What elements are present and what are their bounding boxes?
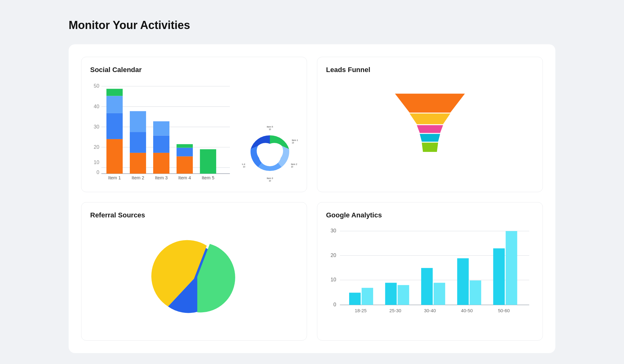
google-analytics-title: Google Analytics bbox=[326, 211, 534, 219]
svg-text:10: 10 bbox=[330, 277, 336, 282]
svg-rect-26 bbox=[177, 148, 193, 157]
svg-text:Item 5: Item 5 bbox=[267, 125, 273, 128]
svg-marker-44 bbox=[417, 125, 443, 133]
svg-text:Item 2: Item 2 bbox=[132, 175, 144, 180]
funnel-svg bbox=[386, 91, 474, 172]
svg-text:Item 1: Item 1 bbox=[292, 139, 298, 142]
svg-text:Item 2: Item 2 bbox=[291, 163, 297, 165]
bar-chart-area: 50 40 30 20 10 0 bbox=[90, 80, 232, 183]
svg-text:30: 30 bbox=[330, 228, 336, 233]
svg-text:10: 10 bbox=[269, 179, 271, 182]
donut-svg: Item 5 10 Item 1 10 Item 2 10 Item 3 10 … bbox=[242, 121, 298, 183]
svg-rect-13 bbox=[106, 113, 123, 139]
svg-rect-58 bbox=[385, 283, 397, 305]
svg-text:40-50: 40-50 bbox=[461, 308, 473, 313]
svg-rect-67 bbox=[493, 248, 505, 305]
bar-chart-svg: 50 40 30 20 10 0 bbox=[90, 80, 232, 182]
referral-sources-title: Referral Sources bbox=[90, 211, 298, 219]
widget-google-analytics: Google Analytics 30 20 10 0 bbox=[317, 202, 543, 341]
widget-leads-funnel: Leads Funnel bbox=[317, 57, 543, 192]
svg-marker-43 bbox=[410, 114, 451, 124]
svg-rect-62 bbox=[434, 283, 445, 305]
svg-rect-23 bbox=[153, 121, 169, 136]
svg-text:30: 30 bbox=[94, 124, 99, 129]
dashboard-card: Social Calendar 50 40 30 20 10 0 bbox=[69, 44, 555, 353]
svg-rect-61 bbox=[421, 268, 433, 305]
svg-text:20: 20 bbox=[94, 144, 99, 150]
svg-text:10: 10 bbox=[291, 165, 294, 167]
svg-rect-15 bbox=[106, 89, 123, 96]
svg-rect-21 bbox=[153, 153, 169, 174]
svg-text:20: 20 bbox=[330, 252, 336, 258]
svg-rect-59 bbox=[397, 285, 409, 305]
donut-chart-area: Item 5 10 Item 1 10 Item 2 10 Item 3 10 … bbox=[242, 121, 298, 183]
svg-rect-25 bbox=[177, 156, 193, 173]
widget-referral-sources: Referral Sources bbox=[81, 202, 307, 341]
svg-text:10: 10 bbox=[269, 128, 271, 130]
svg-rect-65 bbox=[470, 280, 481, 305]
page-title: Monitor Your Activities bbox=[69, 19, 555, 32]
svg-rect-14 bbox=[106, 96, 123, 113]
svg-text:50: 50 bbox=[94, 83, 99, 89]
widget-social-calendar: Social Calendar 50 40 30 20 10 0 bbox=[81, 57, 307, 192]
analytics-svg: 30 20 10 0 18-25 bbox=[326, 226, 534, 332]
svg-marker-45 bbox=[420, 134, 440, 142]
svg-text:0: 0 bbox=[96, 169, 99, 175]
svg-rect-29 bbox=[200, 149, 216, 173]
svg-marker-42 bbox=[395, 94, 465, 113]
svg-text:10: 10 bbox=[94, 159, 99, 165]
svg-rect-22 bbox=[153, 136, 169, 153]
svg-rect-27 bbox=[177, 144, 193, 148]
svg-text:Item 3: Item 3 bbox=[267, 177, 273, 179]
social-calendar-title: Social Calendar bbox=[90, 66, 298, 74]
svg-text:0: 0 bbox=[334, 302, 336, 307]
svg-rect-17 bbox=[130, 153, 146, 174]
leads-funnel-content bbox=[326, 80, 534, 183]
social-calendar-content: 50 40 30 20 10 0 bbox=[90, 80, 298, 183]
svg-rect-64 bbox=[457, 258, 469, 305]
svg-text:50-60: 50-60 bbox=[498, 308, 510, 313]
svg-point-31 bbox=[259, 144, 281, 166]
svg-rect-68 bbox=[506, 231, 517, 305]
svg-text:30-40: 30-40 bbox=[424, 308, 436, 313]
svg-text:Item 1: Item 1 bbox=[108, 175, 121, 180]
svg-text:Item 5: Item 5 bbox=[202, 175, 214, 180]
pie-svg bbox=[150, 235, 238, 322]
leads-funnel-title: Leads Funnel bbox=[326, 66, 534, 74]
svg-rect-19 bbox=[130, 111, 146, 132]
referral-sources-content bbox=[90, 226, 298, 332]
svg-text:40: 40 bbox=[94, 104, 99, 109]
google-analytics-content: 30 20 10 0 18-25 bbox=[326, 226, 534, 332]
svg-rect-55 bbox=[349, 293, 361, 305]
main-grid: Social Calendar 50 40 30 20 10 0 bbox=[81, 57, 543, 341]
svg-text:18-25: 18-25 bbox=[355, 308, 367, 313]
svg-rect-56 bbox=[362, 288, 373, 305]
svg-text:Item 4: Item 4 bbox=[178, 175, 191, 180]
svg-text:10: 10 bbox=[243, 165, 246, 167]
svg-rect-18 bbox=[130, 132, 146, 153]
svg-text:10: 10 bbox=[292, 142, 294, 144]
svg-text:Item 4: Item 4 bbox=[242, 163, 245, 165]
svg-rect-12 bbox=[106, 139, 123, 174]
svg-text:Item 3: Item 3 bbox=[155, 175, 168, 180]
svg-text:25-30: 25-30 bbox=[389, 308, 401, 313]
svg-marker-46 bbox=[422, 143, 438, 152]
page-wrapper: Monitor Your Activities Social Calendar … bbox=[62, 0, 562, 364]
